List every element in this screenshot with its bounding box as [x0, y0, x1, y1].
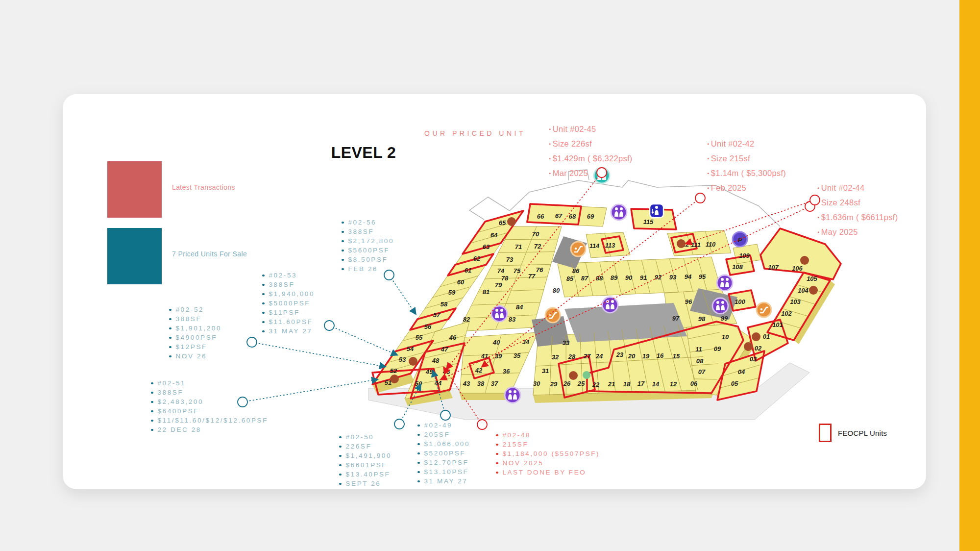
unit-label-04: 04: [738, 368, 745, 376]
brown-dot: [809, 286, 818, 295]
unit-label-30: 30: [533, 380, 540, 387]
callout-line: LAST DONE BY FEO: [496, 468, 600, 477]
unit-label-01: 01: [763, 333, 770, 340]
callout-line: $1,066,000: [417, 439, 470, 449]
callout-02-52: #02-52388SF$1,901,200$4900PSF$12PSFNOV 2…: [169, 305, 221, 361]
unit-label-65: 65: [499, 219, 506, 226]
connector-circle: [247, 337, 257, 347]
unit-label-113: 113: [605, 242, 615, 249]
lift-icon: [650, 204, 663, 218]
unit-label-47: 47: [441, 346, 448, 353]
callout-line: $11/$11.60/$12/$12.60PSF: [151, 416, 268, 425]
escalator-icon: [545, 308, 560, 323]
unit-label-20: 20: [628, 352, 636, 360]
unit-label-37: 37: [491, 380, 498, 387]
unit-label-59: 59: [448, 289, 456, 296]
unit-label-41: 41: [481, 352, 488, 360]
callout-line: $1.429m ( $6,322psf): [549, 151, 633, 166]
callout-line: $12.70PSF: [417, 458, 470, 467]
unit-label-79: 79: [495, 281, 502, 289]
connector-line: [389, 275, 416, 314]
unit-label-56: 56: [424, 323, 432, 330]
unit-label-35: 35: [514, 352, 521, 359]
callout-line: Size 215sf: [707, 151, 786, 166]
unit-label-07: 07: [698, 368, 706, 376]
family-purple-icon: [602, 297, 618, 313]
unit-label-55: 55: [416, 334, 423, 341]
unit-label-25: 25: [577, 380, 585, 387]
unit-label-10: 10: [722, 333, 729, 341]
unit-label-69: 69: [587, 213, 594, 220]
unit-label-62: 62: [473, 255, 481, 262]
callout-line: 22 DEC 28: [151, 425, 268, 434]
unit-label-66: 66: [537, 213, 544, 220]
unit-label-42: 42: [475, 367, 483, 374]
parking-icon: P: [733, 232, 747, 247]
unit-label-75: 75: [514, 267, 521, 275]
feocpl-swatch: [819, 424, 832, 442]
feocpl-label: FEOCPL Units: [838, 429, 887, 437]
unit-label-100: 100: [735, 298, 745, 305]
connector-circle: [324, 321, 334, 330]
unit-label-33: 33: [563, 339, 570, 347]
unit-label-83: 83: [509, 316, 516, 323]
unit-label-17: 17: [637, 380, 645, 387]
unit-label-60: 60: [457, 278, 465, 286]
unit-label-78: 78: [501, 275, 509, 282]
family-purple-icon: [712, 298, 728, 314]
unit-label-19: 19: [642, 352, 650, 360]
unit-label-63: 63: [483, 243, 490, 250]
unit-label-02: 02: [755, 345, 762, 352]
callout-line: $5200PSF: [417, 449, 470, 458]
callout-line: $5600PSF: [342, 246, 394, 255]
callout-line: 388SF: [169, 314, 221, 324]
unit-label-67: 67: [555, 212, 563, 220]
page: Latest Transactions 7 Priced Units For S…: [0, 0, 980, 551]
unit-label-14: 14: [652, 380, 660, 388]
unit-label-28: 28: [568, 353, 576, 360]
connector-line: [329, 326, 397, 355]
callout-02-56: #02-56388SF$2,172,800$5600PSF$8.50PSFFEB…: [342, 218, 394, 274]
unit-label-114: 114: [589, 242, 600, 250]
brown-dot: [507, 217, 516, 226]
unit-label-05: 05: [731, 380, 738, 387]
unit-label-84: 84: [516, 303, 523, 311]
callout-line: #02-53: [262, 271, 315, 280]
brown-dot: [569, 371, 578, 380]
callout-line: Feb 2025: [707, 180, 786, 195]
feocpl-legend: FEOCPL Units: [819, 424, 887, 442]
callout-line: Size 248sf: [817, 195, 898, 210]
callout-line: #02-52: [169, 305, 221, 314]
callout-line: Unit #02-42: [707, 136, 786, 151]
callout-line: SEPT 26: [339, 479, 392, 488]
callout-line: 205SF: [417, 430, 470, 439]
callout-line: 226SF: [339, 442, 392, 451]
callout-line: May 2025: [817, 225, 898, 239]
callout-line: $5000PSF: [262, 299, 315, 308]
unit-label-74: 74: [497, 267, 505, 275]
escalator-icon: [571, 242, 586, 256]
callout-line: $1.636m ( $6611psf): [817, 210, 898, 225]
unit-label-101: 101: [772, 321, 783, 328]
callout-line: $13.10PSF: [417, 467, 470, 476]
unit-label-22: 22: [592, 381, 600, 388]
unit-label-71: 71: [515, 243, 522, 250]
unit-label-111: 111: [691, 241, 701, 249]
callout-line: $1,940,000: [262, 289, 315, 299]
callout-line: $6400PSF: [151, 406, 268, 416]
callout-line: $1,491,900: [339, 451, 392, 460]
unit-label-110: 110: [706, 241, 716, 248]
unit-label-107: 107: [768, 264, 779, 271]
unit-label-16: 16: [657, 352, 664, 359]
brown-dot: [800, 256, 809, 265]
unit-label-108: 108: [732, 263, 743, 271]
unit-label-12: 12: [670, 380, 677, 388]
unit-label-15: 15: [673, 352, 680, 360]
callout-line: FEB 26: [342, 264, 394, 274]
unit-label-64: 64: [490, 231, 498, 239]
green-dot: [583, 371, 590, 379]
family-purple-icon: [717, 275, 733, 291]
unit-label-09: 09: [714, 345, 721, 352]
unit-label-93: 93: [669, 274, 677, 281]
unit-label-97: 97: [672, 315, 680, 322]
